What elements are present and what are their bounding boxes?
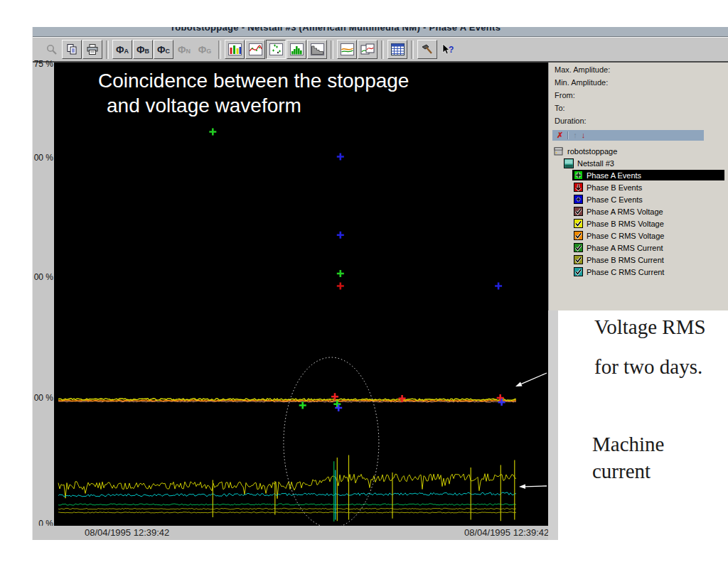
tree-row-label: Phase A Events <box>587 171 641 180</box>
tree-row-content[interactable]: Phase B RMS Current <box>572 254 724 265</box>
event-down-arrow-icon <box>574 183 583 192</box>
tree-row-phase-c-rms-voltage[interactable]: Phase C RMS Voltage <box>552 229 724 242</box>
event-marker-phase-a-events[interactable] <box>209 129 216 136</box>
info-field-from: From: <box>555 91 610 104</box>
scatter-chart-icon <box>269 43 283 55</box>
tree-row-content[interactable]: robotstoppage <box>552 146 724 157</box>
event-plus-small-icon <box>574 195 583 204</box>
toolbar-button-table-view[interactable] <box>387 40 407 59</box>
toolbar-button-phase-a[interactable]: ΦA <box>112 40 132 59</box>
checked-checkbox-icon <box>574 231 583 240</box>
help-cursor-icon: ? <box>441 43 455 56</box>
toolbar-button-bar-chart-view[interactable] <box>225 40 245 59</box>
event-plus-icon <box>574 171 583 180</box>
y-axis-gutter: 75 %00 %00 %00 %0 % <box>33 63 54 526</box>
tree-row-phase-a-rms-current[interactable]: Phase A RMS Current <box>552 242 724 254</box>
panel-divider-strip <box>548 310 558 540</box>
move-down-button[interactable]: ↓ <box>582 131 586 139</box>
title-bar: robotstoppage - Netstall #3 (American Mu… <box>33 27 728 37</box>
tree-row-content[interactable]: Phase C Events <box>572 194 724 205</box>
check-icon <box>574 243 583 252</box>
chart-plot <box>54 63 548 526</box>
toolbar-separator <box>331 40 333 59</box>
tree-row-phase-c-events[interactable]: Phase C Events <box>552 193 724 205</box>
tree-row-phase-b-events[interactable]: Phase B Events <box>552 181 724 193</box>
toolbar-button-profile-view[interactable] <box>307 40 327 59</box>
info-field-max-amplitude: Max. Amplitude: <box>555 65 610 78</box>
toolbar-button-scatter-view[interactable] <box>266 40 286 59</box>
tree-row-content[interactable]: Phase C RMS Voltage <box>572 230 724 241</box>
annotation-voltage-rms-line2: for two days. <box>594 355 702 379</box>
event-marker-phase-a-events[interactable] <box>337 270 344 277</box>
legend-toolbar-separator <box>567 131 569 139</box>
series-phase-c-rms-current <box>58 492 516 497</box>
tree-row-phase-c-rms-current[interactable]: Phase C RMS Current <box>552 266 724 278</box>
toolbar-button-phase-b[interactable]: ΦB <box>133 40 153 59</box>
toolbar-button-histogram-view[interactable] <box>287 40 306 59</box>
checked-checkbox-icon <box>574 267 583 276</box>
checked-checkbox-icon <box>574 219 583 228</box>
tree-row-netstall-3[interactable]: Netstall #3 <box>552 157 724 169</box>
event-marker-phase-c-events[interactable] <box>335 404 342 411</box>
move-up-button[interactable]: ↑ <box>573 131 577 139</box>
delete-channel-button[interactable]: ✗ <box>557 131 563 139</box>
info-field-min-amplitude: Min. Amplitude: <box>555 78 610 91</box>
tree-row-robotstoppage[interactable]: robotstoppage <box>552 145 724 157</box>
legend-toolbar: ✗ ↑ ↓ <box>552 130 704 141</box>
chart-area[interactable]: Coincidence between the stoppage and vol… <box>54 63 548 526</box>
y-axis-label: 75 % <box>34 59 53 69</box>
event-marker-phase-c-events[interactable] <box>337 153 344 161</box>
toolbar-separator <box>218 40 221 59</box>
tree-row-content[interactable]: Phase C RMS Current <box>572 266 724 277</box>
check-icon <box>574 207 583 216</box>
event-plus-icon <box>574 171 583 180</box>
tree-row-label: Phase B RMS Current <box>587 256 664 264</box>
event-marker-phase-b-events[interactable] <box>337 283 344 290</box>
tree-row-content[interactable]: Phase A RMS Current <box>572 242 724 253</box>
phase-g-icon: ΦG <box>198 44 212 55</box>
toolbar-button-waveform-view[interactable] <box>245 40 265 59</box>
event-marker-phase-a-events[interactable] <box>299 402 306 409</box>
tree-row-phase-a-events[interactable]: Phase A Events <box>552 169 724 181</box>
tree-row-phase-b-rms-current[interactable]: Phase B RMS Current <box>552 254 724 266</box>
tree-row-content[interactable]: Phase A Events <box>572 170 724 180</box>
annotation-voltage-rms-line1: Voltage RMS <box>594 315 706 339</box>
trend-chart-icon <box>341 43 354 55</box>
pointer-arrow-line <box>521 373 547 384</box>
svg-text:?: ? <box>449 45 454 55</box>
database-icon <box>554 146 564 156</box>
y-axis-label: 00 % <box>34 153 53 163</box>
timestamp-end: 08/04/1995 12:39:42 <box>464 527 549 536</box>
tree-row-phase-b-rms-voltage[interactable]: Phase B RMS Voltage <box>552 217 724 229</box>
tree-row-label: Phase C RMS Current <box>587 268 664 276</box>
pointer-arrow-line <box>525 486 547 487</box>
toolbar-button-trend-view[interactable] <box>337 40 357 59</box>
tree-row-label: Phase C RMS Voltage <box>587 232 664 240</box>
toolbar-button-combo-view[interactable] <box>358 40 378 59</box>
tree-row-content[interactable]: Phase B Events <box>572 182 724 193</box>
event-marker-phase-c-events[interactable] <box>495 283 502 290</box>
database-icon <box>554 146 564 156</box>
toolbar-button-copy[interactable] <box>62 40 82 59</box>
toolbar-button-phase-c[interactable]: ΦC <box>154 40 173 59</box>
tree-row-label: Phase B Events <box>587 183 642 192</box>
right-panel: Max. Amplitude:Min. Amplitude:From:To:Du… <box>548 63 728 310</box>
main-toolbar: ΦAΦBΦCΦNΦG? <box>33 37 728 63</box>
tree-row-phase-a-rms-voltage[interactable]: Phase A RMS Voltage <box>552 205 724 217</box>
toolbar-button-tools[interactable] <box>417 40 437 59</box>
toolbar-button-context-help[interactable]: ? <box>438 40 458 59</box>
toolbar-button-print[interactable] <box>82 40 102 59</box>
histogram-icon <box>290 43 304 55</box>
event-marker-phase-c-events[interactable] <box>337 232 344 239</box>
tree-row-content[interactable]: Netstall #3 <box>562 158 724 169</box>
toolbar-separator <box>411 40 414 59</box>
tree-row-label: Netstall #3 <box>577 159 614 168</box>
checked-checkbox-icon <box>574 255 583 264</box>
event-down-icon <box>574 183 583 192</box>
phase-a-icon: ΦA <box>116 44 129 55</box>
bar-chart-icon <box>228 43 242 55</box>
tree-row-content[interactable]: Phase A RMS Voltage <box>572 206 724 217</box>
toolbar-button-zoom <box>41 40 61 59</box>
tree-row-content[interactable]: Phase B RMS Voltage <box>572 218 724 229</box>
toolbar-separator <box>106 40 109 59</box>
